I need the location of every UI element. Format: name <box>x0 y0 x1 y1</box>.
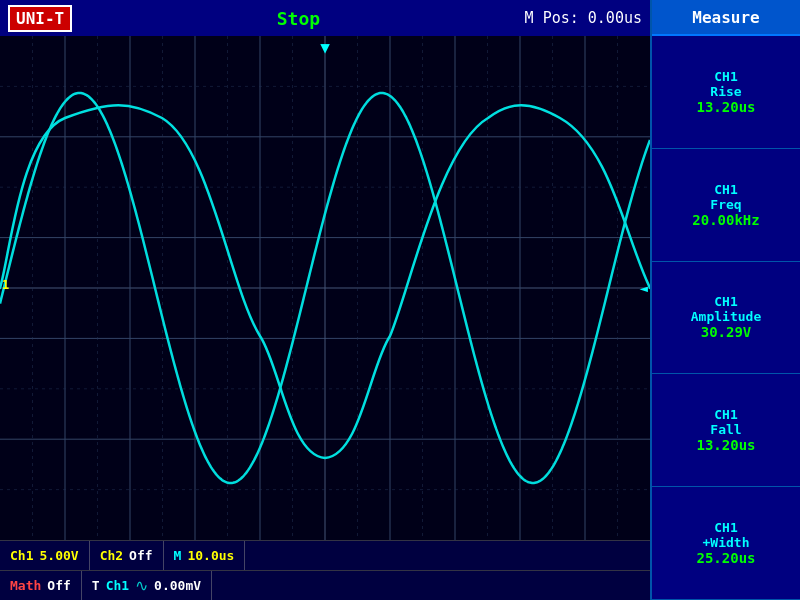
measure-item-freq: CH1Freq 20.00kHz <box>652 149 800 262</box>
ch2-label: Ch2 <box>100 548 123 563</box>
measure-item-rise: CH1Rise 13.20us <box>652 36 800 149</box>
measure-rise-label: CH1Rise <box>710 69 741 99</box>
mpos-label: M Pos: 0.00us <box>525 9 642 27</box>
ch1-value: 5.00V <box>39 548 78 563</box>
t-label: T <box>92 578 100 593</box>
measure-header: Measure <box>652 0 800 36</box>
measure-item-amplitude: CH1Amplitude 30.29V <box>652 262 800 375</box>
status-label: Stop <box>92 8 504 29</box>
bottom-status: Ch1 5.00V Ch2 Off M 10.0us Math Off <box>0 540 650 600</box>
status-row2: Math Off T Ch1 ∿ 0.00mV <box>0 570 650 600</box>
measure-width-value: 25.20us <box>696 550 755 566</box>
status-row1: Ch1 5.00V Ch2 Off M 10.0us <box>0 540 650 570</box>
m-value: 10.0us <box>187 548 234 563</box>
t-value: 0.00mV <box>154 578 201 593</box>
trigger-level-marker: ◄ <box>640 280 648 296</box>
main-container: UNI-T Stop M Pos: 0.00us <box>0 0 800 600</box>
measure-title: Measure <box>692 8 759 27</box>
screen-area: // Draw actual sine wave (function() { c… <box>0 36 650 540</box>
top-bar: UNI-T Stop M Pos: 0.00us <box>0 0 650 36</box>
math-cell: Math Off <box>0 571 82 600</box>
timebase-cell: M 10.0us <box>164 541 246 570</box>
ch1-cell: Ch1 5.00V <box>0 541 90 570</box>
t-ch: Ch1 <box>106 578 129 593</box>
trigger-cell: T Ch1 ∿ 0.00mV <box>82 571 212 600</box>
trigger-arrow: ▼ <box>320 38 330 57</box>
measure-freq-label: CH1Freq <box>710 182 741 212</box>
measure-amplitude-label: CH1Amplitude <box>691 294 761 324</box>
measure-fall-value: 13.20us <box>696 437 755 453</box>
measure-freq-value: 20.00kHz <box>692 212 759 228</box>
measure-item-width: CH1+Width 25.20us <box>652 487 800 600</box>
math-label: Math <box>10 578 41 593</box>
measure-amplitude-value: 30.29V <box>701 324 752 340</box>
brand-logo: UNI-T <box>8 5 72 32</box>
ch1-marker: 1 <box>2 278 9 292</box>
measure-rise-value: 13.20us <box>696 99 755 115</box>
m-label: M <box>174 548 182 563</box>
measure-fall-label: CH1Fall <box>710 407 741 437</box>
measure-panel: Measure CH1Rise 13.20us CH1Freq 20.00kHz… <box>650 0 800 600</box>
oscilloscope-area: UNI-T Stop M Pos: 0.00us <box>0 0 650 600</box>
waveform-svg <box>0 36 650 540</box>
measure-item-fall: CH1Fall 13.20us <box>652 374 800 487</box>
measure-width-label: CH1+Width <box>703 520 750 550</box>
ch2-cell: Ch2 Off <box>90 541 164 570</box>
math-value: Off <box>47 578 70 593</box>
ch2-value: Off <box>129 548 152 563</box>
ch1-label: Ch1 <box>10 548 33 563</box>
